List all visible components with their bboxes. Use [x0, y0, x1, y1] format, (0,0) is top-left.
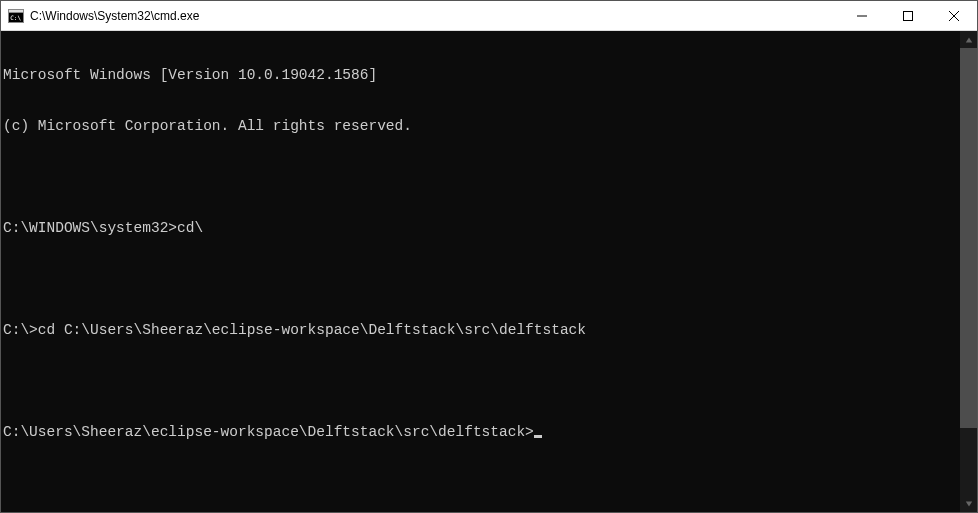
- terminal-line: C:\>cd C:\Users\Sheeraz\eclipse-workspac…: [3, 322, 960, 339]
- window-title: C:\Windows\System32\cmd.exe: [30, 9, 199, 23]
- svg-rect-4: [904, 11, 913, 20]
- cmd-window: C:\ C:\Windows\System32\cmd.exe Microsof…: [0, 0, 978, 513]
- window-controls: [839, 1, 977, 30]
- close-button[interactable]: [931, 1, 977, 30]
- terminal-output[interactable]: Microsoft Windows [Version 10.0.19042.15…: [1, 31, 960, 512]
- client-area: Microsoft Windows [Version 10.0.19042.15…: [1, 31, 977, 512]
- maximize-button[interactable]: [885, 1, 931, 30]
- scroll-up-button[interactable]: [960, 31, 977, 48]
- svg-marker-8: [965, 501, 971, 506]
- terminal-line: C:\WINDOWS\system32>cd\: [3, 220, 960, 237]
- minimize-button[interactable]: [839, 1, 885, 30]
- terminal-line: [3, 373, 960, 390]
- cmd-icon: C:\: [8, 8, 24, 24]
- terminal-prompt-line: C:\Users\Sheeraz\eclipse-workspace\Delft…: [3, 424, 960, 441]
- terminal-line: (c) Microsoft Corporation. All rights re…: [3, 118, 960, 135]
- terminal-line: [3, 271, 960, 288]
- svg-marker-7: [965, 37, 971, 42]
- cursor-icon: [534, 435, 542, 438]
- terminal-prompt: C:\Users\Sheeraz\eclipse-workspace\Delft…: [3, 424, 534, 440]
- scrollbar-track[interactable]: [960, 48, 977, 495]
- scroll-down-button[interactable]: [960, 495, 977, 512]
- vertical-scrollbar[interactable]: [960, 31, 977, 512]
- scrollbar-thumb[interactable]: [960, 48, 977, 428]
- terminal-line: [3, 169, 960, 186]
- terminal-line: Microsoft Windows [Version 10.0.19042.15…: [3, 67, 960, 84]
- svg-text:C:\: C:\: [10, 14, 21, 21]
- svg-rect-1: [9, 9, 24, 12]
- window-titlebar[interactable]: C:\ C:\Windows\System32\cmd.exe: [1, 1, 977, 31]
